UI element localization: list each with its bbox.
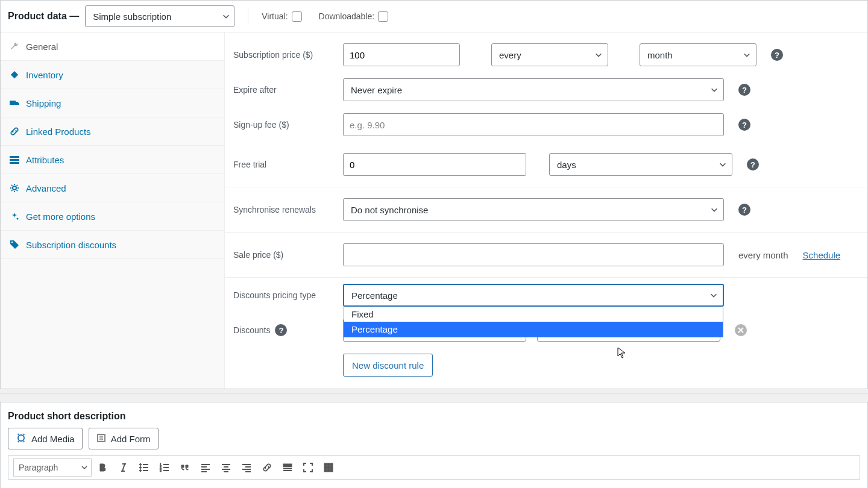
expire-after-select[interactable]: Never expire — [343, 78, 724, 101]
sale-price-input[interactable] — [343, 243, 724, 266]
chevron-down-icon — [719, 160, 727, 169]
virtual-option: Virtual: — [262, 11, 301, 22]
downloadable-label: Downloadable: — [319, 11, 375, 21]
chevron-down-icon — [710, 86, 719, 94]
tab-linked-products[interactable]: Linked Products — [1, 117, 224, 146]
bold-button[interactable] — [94, 458, 112, 477]
svg-rect-24 — [330, 469, 333, 472]
svg-point-4 — [13, 186, 16, 190]
subscription-price-label: Subscription price ($) — [233, 50, 335, 60]
add-form-button[interactable]: Add Form — [89, 428, 159, 449]
chevron-down-icon — [222, 12, 230, 20]
link-icon — [9, 126, 20, 137]
help-icon[interactable]: ? — [747, 158, 759, 170]
svg-point-5 — [17, 218, 19, 220]
tab-label: Get more options — [26, 211, 95, 222]
tab-get-more-options[interactable]: Get more options — [1, 202, 224, 231]
svg-point-11 — [140, 470, 142, 472]
divider — [248, 7, 248, 25]
wrench-icon — [9, 41, 20, 52]
chevron-down-icon — [710, 205, 719, 214]
help-icon[interactable]: ? — [738, 84, 750, 96]
chevron-down-icon — [594, 51, 603, 59]
svg-point-10 — [140, 467, 142, 469]
svg-rect-19 — [324, 466, 327, 469]
pricing-option-percentage[interactable]: Percentage — [344, 322, 723, 337]
tab-label: Subscription discounts — [26, 240, 116, 250]
tab-subscription-discounts[interactable]: Subscription discounts — [1, 231, 224, 259]
help-icon[interactable]: ? — [771, 49, 783, 61]
italic-button[interactable] — [115, 458, 133, 477]
sale-price-label: Sale price ($) — [233, 250, 335, 260]
media-icon — [16, 433, 27, 445]
signup-fee-input[interactable] — [343, 113, 724, 136]
tab-attributes[interactable]: Attributes — [1, 146, 224, 174]
panel-title: Product data — — [8, 11, 79, 22]
tab-shipping[interactable]: Shipping — [1, 89, 224, 117]
svg-rect-23 — [327, 469, 330, 472]
help-icon[interactable]: ? — [738, 204, 750, 216]
tag-icon — [9, 239, 20, 250]
format-select[interactable]: Paragraph — [13, 458, 92, 477]
panel-header: Product data — Simple subscription Virtu… — [1, 1, 867, 33]
svg-rect-0 — [10, 101, 16, 105]
general-panel: Subscription price ($) every month ? Exp… — [225, 33, 867, 389]
truck-icon — [9, 98, 20, 108]
bulleted-list-button[interactable] — [135, 458, 153, 477]
free-trial-input[interactable] — [343, 153, 526, 176]
pricing-option-fixed[interactable]: Fixed — [344, 307, 723, 322]
svg-rect-16 — [324, 463, 327, 466]
billing-period-select[interactable]: month — [640, 43, 756, 66]
insert-link-button[interactable] — [258, 458, 276, 477]
align-right-button[interactable] — [237, 458, 256, 477]
tab-label: General — [26, 42, 58, 52]
toolbar-toggle-button[interactable] — [319, 458, 338, 477]
add-media-label: Add Media — [31, 434, 75, 444]
virtual-label: Virtual: — [262, 11, 288, 21]
tab-label: Shipping — [26, 98, 61, 108]
free-trial-unit-select[interactable]: days — [549, 153, 732, 176]
downloadable-checkbox[interactable] — [378, 11, 388, 22]
insert-more-button[interactable] — [278, 458, 297, 477]
format-select-label: Paragraph — [19, 463, 58, 472]
tab-inventory[interactable]: Inventory — [1, 61, 224, 89]
editor-toolbar: Paragraph 123 — [8, 455, 860, 480]
chevron-down-icon — [709, 291, 718, 299]
sync-renewals-value: Do not synchronise — [344, 205, 448, 215]
remove-rule-icon[interactable] — [735, 324, 747, 336]
help-icon[interactable]: ? — [738, 119, 750, 131]
signup-fee-label: Sign-up fee ($) — [233, 120, 335, 130]
help-icon[interactable]: ? — [275, 324, 287, 336]
downloadable-option: Downloadable: — [319, 11, 389, 22]
billing-interval-value: every — [492, 50, 542, 60]
discounts-pricing-type-select[interactable]: Percentage Fixed Percentage — [343, 284, 724, 307]
schedule-link[interactable]: Schedule — [803, 250, 841, 260]
product-type-value: Simple subscription — [86, 11, 192, 22]
svg-point-9 — [140, 464, 142, 466]
subscription-price-input[interactable] — [343, 43, 460, 66]
caret-down-icon — [81, 463, 87, 472]
product-type-select[interactable]: Simple subscription — [85, 5, 234, 27]
tab-advanced[interactable]: Advanced — [1, 174, 224, 202]
gear-icon — [9, 183, 20, 193]
short-description-title: Product short description — [1, 402, 867, 428]
align-left-button[interactable] — [197, 458, 215, 477]
free-trial-unit-value: days — [550, 160, 597, 170]
svg-rect-15 — [283, 464, 292, 467]
free-trial-label: Free trial — [233, 160, 335, 169]
virtual-checkbox[interactable] — [292, 11, 302, 22]
product-data-sidebar: General Inventory Shipping Linked Produc… — [1, 33, 225, 389]
align-center-button[interactable] — [217, 458, 235, 477]
tab-general[interactable]: General — [1, 33, 224, 61]
blockquote-button[interactable] — [176, 458, 194, 477]
new-discount-rule-button[interactable]: New discount rule — [343, 354, 433, 377]
svg-rect-17 — [327, 463, 330, 466]
tab-label: Inventory — [26, 70, 63, 80]
fullscreen-button[interactable] — [299, 458, 317, 477]
numbered-list-button[interactable]: 123 — [156, 458, 174, 477]
tab-label: Linked Products — [26, 127, 91, 137]
form-icon — [96, 433, 106, 445]
add-media-button[interactable]: Add Media — [8, 428, 83, 449]
billing-interval-select[interactable]: every — [491, 43, 608, 66]
sync-renewals-select[interactable]: Do not synchronise — [343, 198, 724, 221]
